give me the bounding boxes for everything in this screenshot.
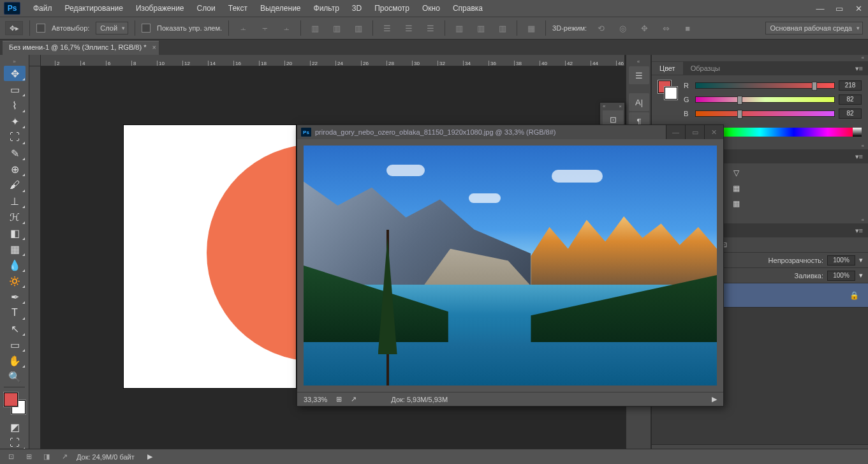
show-controls-checkbox[interactable]: [142, 24, 151, 33]
autoselect-mode-dropdown[interactable]: Слой: [96, 22, 128, 34]
document-image[interactable]: [304, 146, 717, 385]
floating-title-bar[interactable]: Ps priroda_gory_nebo_ozero_oblaka_81150_…: [297, 125, 723, 139]
panel-menu-icon[interactable]: ▾≡: [850, 153, 868, 161]
distribute-h-icon[interactable]: ▥: [473, 21, 489, 35]
brush-tool[interactable]: 🖌: [4, 177, 26, 193]
dodge-tool[interactable]: 🔅: [4, 273, 26, 288]
hand-tool[interactable]: ✋: [4, 353, 26, 368]
float-dock-grip[interactable]: «×: [600, 103, 624, 109]
float-minimize-button[interactable]: —: [666, 125, 685, 139]
mb-icon[interactable]: ⊞: [23, 452, 34, 462]
quickmask-tool[interactable]: ◩: [4, 419, 26, 435]
float-docsize[interactable]: Док: 5,93M/5,93M: [391, 396, 448, 403]
workspace-dropdown[interactable]: Основная рабочая среда: [765, 22, 863, 34]
float-maximize-button[interactable]: ▭: [685, 125, 704, 139]
mb-icon[interactable]: ◨: [41, 452, 52, 462]
menu-text[interactable]: Текст: [222, 1, 254, 15]
g-slider[interactable]: [695, 96, 835, 103]
3d-orbit-icon[interactable]: ⟲: [593, 21, 608, 35]
menu-file[interactable]: Файл: [27, 1, 59, 15]
panel-menu-icon[interactable]: ▾≡: [850, 64, 868, 73]
dropdown-icon[interactable]: ▾: [859, 256, 863, 264]
align-left-icon[interactable]: ▥: [307, 21, 323, 35]
ruler-horizontal[interactable]: 0246810121416182022242628303234363840424…: [29, 55, 624, 66]
healing-tool[interactable]: ⊕: [4, 161, 26, 177]
lasso-tool[interactable]: ⌇: [4, 98, 26, 113]
vibrance-icon[interactable]: ▽: [730, 167, 742, 179]
gradient-tool[interactable]: ▦: [4, 241, 26, 257]
align-top-icon[interactable]: ⫠: [235, 21, 251, 35]
3d-roll-icon[interactable]: ◎: [615, 21, 630, 35]
maximize-button[interactable]: ▭: [830, 0, 849, 17]
status-docsize[interactable]: Док: 24,9M/0 байт: [77, 453, 135, 461]
dock-expand-grip[interactable]: «: [626, 59, 651, 65]
crop-tool[interactable]: ⛶: [4, 130, 26, 145]
ellipse-shape[interactable]: [207, 144, 296, 361]
mb-icon[interactable]: ⊡: [5, 452, 17, 462]
mb-icon[interactable]: ↗: [59, 452, 70, 462]
color-tab[interactable]: Цвет: [652, 62, 683, 75]
menu-layers[interactable]: Слои: [191, 1, 222, 15]
swatches-tab[interactable]: Образцы: [683, 62, 728, 75]
distribute-icon[interactable]: ☰: [379, 21, 395, 35]
b-slider[interactable]: [695, 110, 835, 117]
distribute-icon[interactable]: ☰: [401, 21, 416, 35]
g-value[interactable]: 82: [839, 94, 862, 105]
float-status-icon[interactable]: ↗: [351, 395, 357, 403]
lock-icon[interactable]: 🔒: [850, 291, 859, 300]
panel-menu-icon[interactable]: ▾≡: [850, 227, 868, 235]
marquee-tool[interactable]: ▭: [4, 82, 26, 97]
panel-color-swatches[interactable]: [658, 80, 677, 100]
history-panel-icon[interactable]: ☰: [629, 66, 649, 84]
ruler-corner[interactable]: [29, 55, 41, 66]
menu-3d[interactable]: 3D: [346, 1, 368, 15]
3d-zoom-icon[interactable]: ■: [680, 21, 695, 35]
r-slider[interactable]: [695, 82, 835, 89]
r-value[interactable]: 218: [839, 80, 862, 91]
ruler-vertical[interactable]: [29, 66, 41, 449]
opacity-value[interactable]: 100%: [827, 255, 855, 266]
3d-slide-icon[interactable]: ⇔: [658, 21, 673, 35]
menu-filter[interactable]: Фильтр: [307, 1, 346, 15]
menu-view[interactable]: Просмотр: [368, 1, 416, 15]
document-tab[interactable]: Без имени-1 @ 16,7% (Эллипс 1, RGB/8) * …: [3, 41, 159, 55]
menu-select[interactable]: Выделение: [254, 1, 307, 15]
menu-edit[interactable]: Редактирование: [59, 1, 129, 15]
active-tool-icon[interactable]: ✥▸: [5, 21, 23, 35]
b-value[interactable]: 82: [839, 109, 862, 119]
float-close-button[interactable]: ✕: [704, 125, 723, 139]
menu-help[interactable]: Справка: [446, 1, 489, 15]
3d-pan-icon[interactable]: ✥: [636, 21, 652, 35]
play-icon[interactable]: ▶: [147, 453, 152, 461]
align-bottom-icon[interactable]: ⫠: [279, 21, 294, 35]
distribute-h-icon[interactable]: ▥: [452, 21, 467, 35]
move-tool[interactable]: ✥: [4, 66, 26, 81]
float-status-icon[interactable]: ⊞: [336, 395, 342, 403]
character-panel-icon[interactable]: A|: [629, 93, 649, 111]
float-zoom-value[interactable]: 33,33%: [304, 396, 327, 403]
minimize-button[interactable]: —: [811, 0, 830, 17]
history-brush-tool[interactable]: ℋ: [4, 209, 26, 225]
auto-align-icon[interactable]: ▦: [524, 21, 539, 35]
blur-tool[interactable]: 💧: [4, 257, 26, 273]
magic-wand-tool[interactable]: ✦: [4, 114, 26, 129]
floating-document-window[interactable]: Ps priroda_gory_nebo_ozero_oblaka_81150_…: [297, 124, 724, 407]
colorlookup-icon[interactable]: ▦: [730, 183, 742, 194]
play-icon[interactable]: ▶: [712, 395, 717, 403]
panel-grip[interactable]: «: [652, 55, 868, 61]
color-swatches[interactable]: [4, 393, 26, 414]
path-select-tool[interactable]: ↖: [4, 321, 26, 336]
close-icon[interactable]: ×: [152, 44, 156, 51]
zoom-tool[interactable]: 🔍: [4, 369, 26, 384]
foreground-swatch[interactable]: [4, 393, 18, 407]
distribute-h-icon[interactable]: ▥: [495, 21, 510, 35]
type-tool[interactable]: T: [4, 305, 26, 320]
align-vcenter-icon[interactable]: ⫟: [257, 21, 272, 35]
distribute-icon[interactable]: ☰: [423, 21, 438, 35]
dropdown-icon[interactable]: ▾: [859, 271, 863, 280]
expand-grip[interactable]: »: [0, 59, 29, 65]
stamp-tool[interactable]: ⊥: [4, 193, 26, 209]
close-button[interactable]: ✕: [849, 0, 868, 17]
document-canvas[interactable]: [124, 125, 296, 388]
menu-window[interactable]: Окно: [416, 1, 446, 15]
